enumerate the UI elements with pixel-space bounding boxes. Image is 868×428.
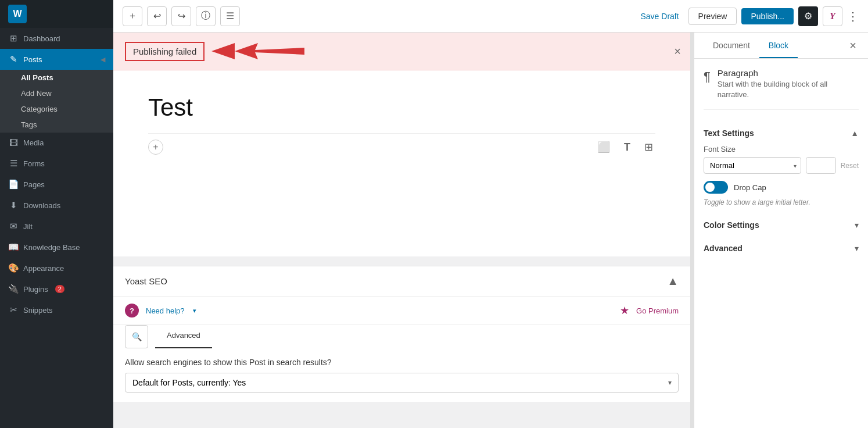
dashboard-icon: ⊞	[8, 33, 19, 44]
gallery-icon: ⊞	[644, 141, 653, 153]
block-name: Paragraph	[718, 68, 859, 78]
font-size-label: Font Size	[704, 145, 859, 154]
sidebar-item-knowledge-base[interactable]: 📖 Knowledge Base	[0, 237, 113, 258]
more-options-button[interactable]: ⋮	[847, 9, 859, 23]
block-add-button[interactable]: +	[148, 140, 163, 155]
yoast-go-premium-link[interactable]: Go Premium	[636, 306, 679, 315]
image-icon: ⬜	[597, 141, 610, 153]
drop-cap-toggle[interactable]	[704, 181, 728, 194]
publishing-failed-banner: Publishing failed ×	[113, 33, 690, 70]
sidebar-item-plugins[interactable]: 🔌 Plugins 2	[0, 279, 113, 299]
yoast-help-icon: ?	[125, 304, 139, 318]
sidebar-item-pages[interactable]: 📄 Pages	[0, 174, 113, 195]
font-size-select-wrapper: SmallNormalMediumLargeHuge ▾	[704, 157, 801, 174]
failed-arrow-icon	[211, 41, 304, 62]
posts-arrow: ◀	[101, 56, 105, 63]
posts-submenu: All Posts Add New Categories Tags	[0, 70, 113, 133]
text-settings-content: Font Size SmallNormalMediumLargeHuge ▾ R…	[704, 145, 859, 206]
yoast-content-area: Allow search engines to show this Post i…	[113, 348, 690, 402]
post-title[interactable]: Test	[148, 94, 655, 122]
text-settings-collapse-icon: ▲	[851, 129, 859, 138]
paragraph-icon: ¶	[704, 69, 711, 84]
plugins-badge: 2	[55, 285, 64, 293]
yoast-collapse-button[interactable]: ▲	[667, 274, 679, 288]
seo-tab-icon: 🔍	[132, 332, 142, 341]
publish-button[interactable]: Publish...	[741, 8, 794, 24]
svg-marker-1	[211, 43, 235, 59]
sidebar: W ⊞ Dashboard ✎ Posts ◀ All Posts Add Ne…	[0, 0, 113, 428]
posts-icon: ✎	[8, 54, 19, 65]
sidebar-item-appearance[interactable]: 🎨 Appearance	[0, 258, 113, 279]
yoast-seo-tab-icon[interactable]: 🔍	[125, 325, 148, 348]
yoast-dropdown-arrow-icon: ▾	[193, 307, 196, 315]
plugins-icon: 🔌	[8, 284, 19, 294]
pages-icon: 📄	[8, 179, 19, 190]
settings-button[interactable]: ⚙	[798, 6, 818, 26]
text-settings-header[interactable]: Text Settings ▲	[704, 122, 859, 145]
yoast-question: Allow search engines to show this Post i…	[125, 358, 679, 367]
info-button[interactable]: ⓘ	[196, 6, 216, 26]
block-info-text: Paragraph Start with the building block …	[718, 68, 859, 100]
yoast-search-select[interactable]: Default for Posts, currently: Yes	[125, 373, 679, 393]
image-block-button[interactable]: ⬜	[595, 138, 612, 156]
gallery-block-button[interactable]: ⊞	[642, 138, 655, 156]
font-size-input[interactable]	[806, 157, 836, 174]
add-block-button[interactable]: ＋	[123, 6, 142, 26]
editor-toolbar: ＋ ↩ ↪ ⓘ ☰ Save Draft Preview Publish... …	[113, 0, 868, 33]
text-settings-title: Text Settings	[704, 129, 851, 138]
yoast-tab-advanced[interactable]: Advanced	[155, 325, 212, 348]
plus-icon: +	[153, 142, 158, 152]
tab-block[interactable]: Block	[759, 33, 798, 58]
font-size-select[interactable]: SmallNormalMediumLargeHuge	[704, 157, 801, 174]
sidebar-item-forms[interactable]: ☰ Forms	[0, 153, 113, 174]
advanced-section: Advanced ▾	[704, 237, 859, 260]
yoast-toolbar: ? Need help? ▾ ★ Go Premium	[113, 297, 690, 325]
tab-document[interactable]: Document	[704, 33, 759, 58]
editor-content[interactable]: Test + ⬜ T ⊞	[113, 70, 690, 256]
text-block-button[interactable]: T	[622, 139, 633, 156]
preview-button[interactable]: Preview	[688, 8, 737, 25]
yoast-button[interactable]: Y	[823, 6, 842, 26]
yoast-select-wrapper: Default for Posts, currently: Yes ▾	[125, 373, 679, 393]
toolbar-right-section: Save Draft Preview Publish... ⚙ Y ⋮	[636, 6, 859, 26]
drop-cap-label: Drop Cap	[734, 183, 766, 192]
sidebar-item-dashboard[interactable]: ⊞ Dashboard	[0, 28, 113, 49]
sidebar-item-posts[interactable]: ✎ Posts ◀	[0, 49, 113, 70]
appearance-icon: 🎨	[8, 263, 19, 273]
main-content-area: ＋ ↩ ↪ ⓘ ☰ Save Draft Preview Publish... …	[113, 0, 868, 428]
sidebar-item-downloads[interactable]: ⬇ Downloads	[0, 195, 113, 216]
sidebar-item-tags[interactable]: Tags	[0, 117, 113, 133]
more-icon: ⋮	[847, 10, 859, 23]
advanced-header[interactable]: Advanced ▾	[704, 237, 859, 260]
color-settings-section: Color Settings ▾	[704, 213, 859, 237]
snippets-icon: ✂	[8, 305, 19, 315]
color-settings-header[interactable]: Color Settings ▾	[704, 213, 859, 237]
sidebar-item-all-posts[interactable]: All Posts	[0, 70, 113, 85]
right-panel: Document Block × ¶ Paragraph Start with …	[694, 33, 868, 428]
banner-close-button[interactable]: ×	[674, 45, 681, 58]
editor-wrapper: Publishing failed × Test + ⬜	[113, 33, 868, 428]
save-draft-button[interactable]: Save Draft	[636, 12, 683, 21]
sidebar-item-categories[interactable]: Categories	[0, 101, 113, 117]
sidebar-item-snippets[interactable]: ✂ Snippets	[0, 299, 113, 320]
jilt-icon: ✉	[8, 221, 19, 231]
sidebar-item-add-new[interactable]: Add New	[0, 85, 113, 101]
yoast-icon: Y	[830, 11, 835, 22]
yoast-tabs: 🔍 Advanced	[113, 325, 690, 348]
undo-button[interactable]: ↩	[147, 6, 167, 26]
drop-cap-hint: Toggle to show a large initial letter.	[704, 198, 859, 206]
font-size-reset-button[interactable]: Reset	[841, 162, 859, 170]
panel-content: ¶ Paragraph Start with the building bloc…	[694, 59, 868, 428]
sidebar-logo[interactable]: W	[0, 0, 113, 28]
color-settings-title: Color Settings	[704, 220, 855, 230]
panel-close-button[interactable]: ×	[847, 37, 859, 55]
sidebar-item-media[interactable]: 🎞 Media	[0, 133, 113, 153]
sidebar-item-jilt[interactable]: ✉ Jilt	[0, 216, 113, 237]
text-icon: T	[624, 141, 630, 153]
yoast-need-help-link[interactable]: Need help?	[146, 306, 185, 315]
advanced-collapse-icon: ▾	[855, 244, 859, 253]
knowledge-base-icon: 📖	[8, 242, 19, 252]
gear-icon: ⚙	[804, 10, 812, 22]
redo-button[interactable]: ↪	[171, 6, 191, 26]
list-view-button[interactable]: ☰	[220, 6, 240, 26]
